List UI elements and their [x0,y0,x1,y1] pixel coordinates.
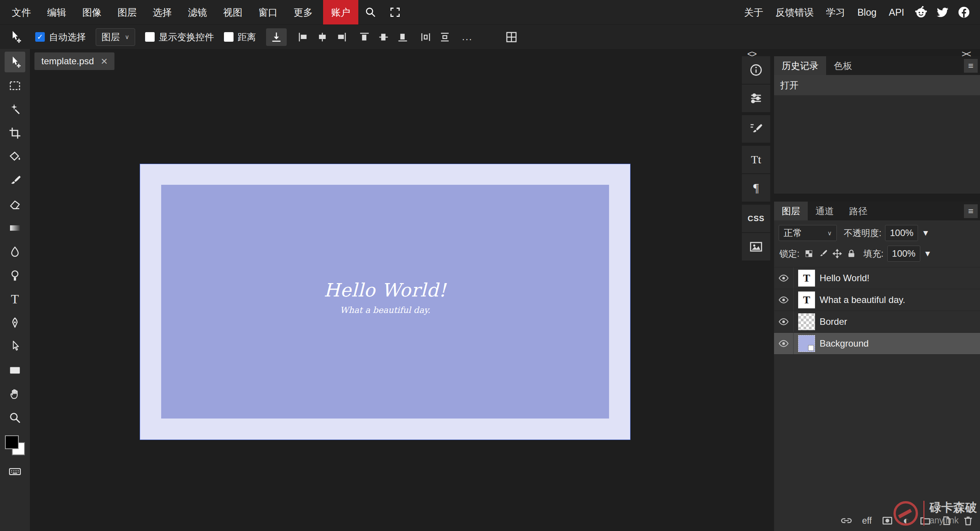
twitter-link[interactable] [932,5,953,19]
hand-tool[interactable] [5,384,25,404]
color-swatches[interactable] [4,434,26,456]
magic-wand-tool[interactable] [5,99,25,120]
distribute-h-button[interactable] [419,31,432,44]
layer-thumbnail-text[interactable]: T [798,270,815,287]
layer-name[interactable]: Background [820,338,869,349]
target-dropdown[interactable]: 图层 ∨ [96,28,135,46]
gradient-tool[interactable] [5,218,25,238]
new-layer-button[interactable] [941,515,952,526]
delete-layer-button[interactable] [962,515,974,526]
layer-name[interactable]: Hello World! [820,273,869,283]
more-options-button[interactable]: ... [461,30,474,44]
visibility-toggle[interactable] [774,311,794,332]
paragraph-panel-button[interactable]: ¶ [742,174,770,202]
fill-value-box[interactable]: 100% [887,246,920,262]
menu-layer[interactable]: 图层 [109,0,145,24]
arrange-windows-button[interactable] [505,30,518,44]
layer-name[interactable]: What a beautiful day. [820,295,905,305]
align-bottom-button[interactable] [396,31,409,44]
eraser-tool[interactable] [5,194,25,215]
move-tool[interactable] [5,52,25,72]
menu-api[interactable]: API [883,0,910,24]
distribute-v-button[interactable] [438,31,451,44]
menu-report-bug[interactable]: 反馈错误 [769,0,820,24]
fill-dropdown-icon[interactable]: ▼ [924,249,932,258]
layer-thumbnail-transparent[interactable] [798,313,815,330]
menu-edit[interactable]: 编辑 [39,0,74,24]
align-top-button[interactable] [358,31,371,44]
opacity-dropdown-icon[interactable]: ▼ [921,228,929,238]
fullscreen-button[interactable] [383,0,407,24]
search-button[interactable] [358,0,383,24]
foreground-color-swatch[interactable] [5,435,19,449]
facebook-link[interactable] [953,5,975,19]
menu-select[interactable]: 选择 [145,0,180,24]
layer-thumbnail-fill[interactable] [798,335,815,352]
tab-history[interactable]: 历史记录 [774,56,826,75]
dodge-tool[interactable] [5,265,25,286]
menu-more[interactable]: 更多 [286,0,321,24]
blend-mode-select[interactable]: 正常 ∨ [779,225,837,241]
add-mask-button[interactable] [882,515,893,526]
opacity-value-box[interactable]: 100% [885,225,918,241]
link-layers-button[interactable] [841,515,852,526]
image-panel-button[interactable] [742,233,770,261]
menu-learn[interactable]: 学习 [820,0,851,24]
zoom-tool[interactable] [5,407,25,428]
history-step-open[interactable]: 打开 [774,75,980,95]
menu-file[interactable]: 文件 [4,0,39,24]
collapse-panel-toggle[interactable]: >< [962,49,970,59]
close-icon[interactable]: × [101,55,108,67]
marquee-select-tool[interactable] [5,75,25,96]
show-transform-checkbox[interactable]: 显示变换控件 [145,31,214,43]
layer-effects-button[interactable]: eff [862,516,872,526]
visibility-toggle[interactable] [774,267,794,289]
type-tool[interactable]: T [5,289,25,309]
adjustment-layer-button[interactable]: ◐ [903,515,910,526]
paint-bucket-tool[interactable] [5,147,25,167]
character-panel-button[interactable]: Tt [742,146,770,173]
layer-row-background[interactable]: Background [774,333,980,355]
panel-menu-button[interactable]: ≡ [964,204,978,218]
menu-window[interactable]: 窗口 [250,0,286,24]
document-tab[interactable]: template.psd × [34,52,114,70]
css-panel-button[interactable]: CSS [742,205,770,232]
menu-image[interactable]: 图像 [74,0,109,24]
pen-tool[interactable] [5,313,25,333]
document[interactable]: Hello World! What a beautiful day. [140,164,630,440]
lock-position-button[interactable] [832,249,842,259]
brush-settings-panel-button[interactable] [742,115,770,143]
layer-row-hello-world[interactable]: T Hello World! [774,267,980,289]
brush-tool[interactable] [5,170,25,191]
reddit-link[interactable] [910,5,932,19]
distance-checkbox[interactable]: 距离 [224,31,256,43]
align-right-button[interactable] [335,31,348,44]
lock-all-button[interactable] [846,249,856,259]
lock-transparency-button[interactable] [804,249,814,259]
tab-channels[interactable]: 通道 [808,202,841,220]
keyboard-shortcuts-button[interactable] [5,461,25,482]
visibility-toggle[interactable] [774,333,794,354]
lock-pixels-button[interactable] [818,249,828,259]
layer-name[interactable]: Border [820,316,847,327]
layer-row-beautiful-day[interactable]: T What a beautiful day. [774,289,980,311]
menu-blog[interactable]: Blog [851,0,883,24]
info-panel-button[interactable] [742,56,770,84]
new-group-button[interactable] [920,515,931,526]
auto-select-checkbox[interactable]: ✓ 自动选择 [35,31,86,43]
align-middle-v-button[interactable] [377,31,390,44]
layer-thumbnail-text[interactable]: T [798,292,815,308]
tab-swatches[interactable]: 色板 [826,56,860,75]
canvas-area[interactable]: template.psd × Hello World! What a beaut… [30,49,742,531]
properties-panel-button[interactable] [742,85,770,112]
layer-row-border[interactable]: Border [774,311,980,333]
menu-account[interactable]: 账户 [323,0,358,24]
panel-menu-button[interactable]: ≡ [964,59,978,73]
menu-about[interactable]: 关于 [738,0,769,24]
visibility-toggle[interactable] [774,289,794,311]
align-center-h-button[interactable] [316,31,329,44]
menu-view[interactable]: 视图 [215,0,250,24]
align-left-button[interactable] [297,31,310,44]
export-button[interactable] [266,28,287,46]
shape-tool[interactable] [5,360,25,381]
